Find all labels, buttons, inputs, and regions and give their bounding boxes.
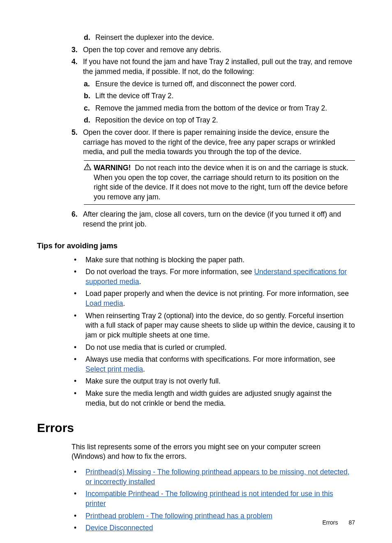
step-4d: d. Reposition the device on top of Tray … [37, 116, 355, 125]
step-4a: a. Ensure the device is turned off, and … [37, 79, 355, 89]
bullet-icon: • [74, 467, 85, 487]
warning-body: Do not reach into the device when it is … [94, 164, 348, 201]
step-text: If you have not found the jam and have T… [83, 57, 355, 76]
errors-list: • Printhead(s) Missing - The following p… [37, 467, 355, 533]
tip-text: Load paper properly and when the device … [85, 289, 355, 308]
error-item: • Printhead problem - The following prin… [37, 511, 355, 521]
errors-heading: Errors [37, 420, 355, 437]
tip-text: Make sure the media length and width gui… [85, 389, 355, 408]
step-text: Reposition the device on top of Tray 2. [95, 116, 355, 125]
warning-icon [84, 163, 94, 173]
tip-text: Always use media that conforms with spec… [85, 355, 355, 374]
error-item: • Incompatible Printhead - The following… [37, 489, 355, 508]
step-marker: c. [84, 104, 95, 113]
tip-text: Make sure the output tray is not overly … [85, 377, 355, 386]
link-select-print-media[interactable]: Select print media [85, 365, 143, 373]
page-footer: Errors 87 [322, 519, 355, 527]
step-marker: a. [84, 79, 95, 89]
link-printhead-missing[interactable]: Printhead(s) Missing - The following pri… [85, 468, 350, 486]
step-4c: c. Remove the jammed media from the bott… [37, 104, 355, 113]
link-load-media[interactable]: Load media [85, 299, 123, 307]
footer-page-number: 87 [348, 519, 355, 526]
error-item: • Device Disconnected [37, 523, 355, 533]
bullet-icon: • [74, 377, 85, 386]
step-text: Reinsert the duplexer into the device. [95, 33, 355, 43]
tip-item: • Make sure the media length and width g… [37, 389, 355, 408]
bullet-icon: • [74, 343, 85, 353]
footer-section-label: Errors [322, 519, 338, 526]
step-4: 4. If you have not found the jam and hav… [37, 57, 355, 76]
step-5: 5. Open the cover door. If there is pape… [37, 128, 355, 157]
bullet-icon: • [74, 511, 85, 521]
numbered-steps-list-cont: 6. After clearing the jam, close all cov… [37, 210, 355, 229]
step-text: Remove the jammed media from the bottom … [95, 104, 355, 113]
step-marker: 3. [71, 45, 83, 55]
error-item: • Printhead(s) Missing - The following p… [37, 467, 355, 487]
tip-text: Do not use media that is curled or crump… [85, 343, 355, 353]
step-text: After clearing the jam, close all covers… [83, 210, 355, 229]
bullet-icon: • [74, 255, 85, 265]
step-4b: b. Lift the device off Tray 2. [37, 91, 355, 101]
svg-point-1 [87, 168, 88, 169]
step-marker: d. [84, 116, 95, 125]
tip-item: • Always use media that conforms with sp… [37, 355, 355, 374]
link-device-disconnected[interactable]: Device Disconnected [85, 524, 153, 532]
step-marker: 5. [71, 128, 83, 157]
tip-item: • Make sure that nothing is blocking the… [37, 255, 355, 265]
link-printhead-problem[interactable]: Printhead problem - The following printh… [85, 512, 272, 520]
tip-item: • When reinserting Tray 2 (optional) int… [37, 311, 355, 340]
bullet-icon: • [74, 355, 85, 374]
bullet-icon: • [74, 389, 85, 408]
numbered-steps-list: d. Reinsert the duplexer into the device… [37, 33, 355, 157]
warning-label: WARNING! [94, 164, 131, 172]
tip-text: When reinserting Tray 2 (optional) into … [85, 311, 355, 340]
tip-item: • Do not use media that is curled or cru… [37, 343, 355, 353]
tip-item: • Make sure the output tray is not overl… [37, 377, 355, 386]
bullet-icon: • [74, 489, 85, 508]
bullet-icon: • [74, 311, 85, 340]
step-marker: 6. [71, 210, 83, 229]
bullet-icon: • [74, 289, 85, 308]
bullet-icon: • [74, 267, 85, 287]
step-text: Open the cover door. If there is paper r… [83, 128, 355, 157]
step-text: Open the top cover and remove any debris… [83, 45, 355, 55]
step-marker: d. [84, 33, 95, 43]
step-d-reinsert: d. Reinsert the duplexer into the device… [37, 33, 355, 43]
link-incompatible-printhead[interactable]: Incompatible Printhead - The following p… [85, 490, 333, 508]
tip-text: Make sure that nothing is blocking the p… [85, 255, 355, 265]
tips-heading: Tips for avoiding jams [37, 241, 355, 251]
warning-text: WARNING! Do not reach into the device wh… [94, 163, 355, 202]
tip-item: • Do not overload the trays. For more in… [37, 267, 355, 287]
errors-intro: This list represents some of the errors … [71, 442, 355, 462]
tip-item: • Load paper properly and when the devic… [37, 289, 355, 308]
step-text: Lift the device off Tray 2. [95, 91, 355, 101]
tip-text: Do not overload the trays. For more info… [85, 267, 355, 287]
step-text: Ensure the device is turned off, and dis… [95, 79, 355, 89]
step-3: 3. Open the top cover and remove any deb… [37, 45, 355, 55]
bullet-icon: • [74, 523, 85, 533]
warning-callout: WARNING! Do not reach into the device wh… [84, 160, 355, 205]
step-marker: 4. [71, 57, 83, 76]
step-marker: b. [84, 91, 95, 101]
tips-list: • Make sure that nothing is blocking the… [37, 255, 355, 409]
step-6: 6. After clearing the jam, close all cov… [37, 210, 355, 229]
